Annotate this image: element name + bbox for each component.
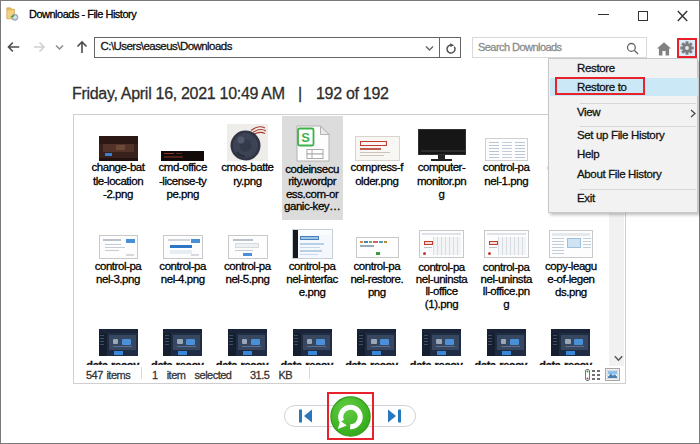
svg-text:S: S (301, 130, 310, 145)
